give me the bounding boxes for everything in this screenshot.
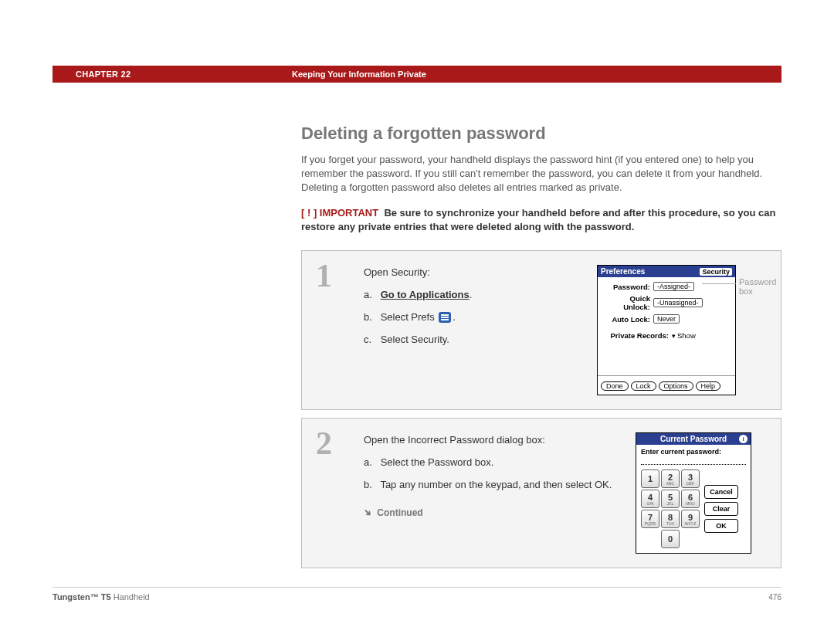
key-1[interactable]: 1 xyxy=(641,469,659,488)
step-1b-letter: b. xyxy=(364,310,378,326)
step-2b-letter: b. xyxy=(364,477,378,493)
step-2b-text: Tap any number on the keypad, and then s… xyxy=(380,479,612,490)
chapter-title: Keeping Your Information Private xyxy=(292,69,426,79)
key-7[interactable]: 7PQRS xyxy=(641,510,659,528)
key-4[interactable]: 4GHI xyxy=(641,490,659,508)
important-badge-prefix: [ ! ] xyxy=(301,207,317,219)
step-2-lead: Open the Incorrect Password dialog box: xyxy=(364,432,620,449)
step-2a-letter: a. xyxy=(364,455,378,471)
password-box-callout: Password box xyxy=(739,277,776,296)
clear-button[interactable]: Clear xyxy=(704,502,738,516)
private-records-dropdown[interactable]: Show xyxy=(672,331,696,340)
auto-lock-label: Auto Lock: xyxy=(602,315,653,324)
done-button[interactable]: Done xyxy=(601,381,629,391)
palm2-title: Current Password xyxy=(660,435,727,443)
key-2[interactable]: 2ABC xyxy=(661,469,680,488)
step-2-number: 2 xyxy=(316,425,332,462)
step-1a-letter: a. xyxy=(364,287,378,303)
intro-paragraph: If you forget your password, your handhe… xyxy=(301,153,781,195)
palm-header-right: Security xyxy=(700,268,732,276)
private-records-label: Private Records: xyxy=(602,331,672,340)
lock-button[interactable]: Lock xyxy=(631,381,656,391)
quick-unlock-box[interactable]: -Unassigned- xyxy=(653,298,703,307)
continued-arrow-icon: ➔ xyxy=(360,505,376,521)
step-2-text: Open the Incorrect Password dialog box: … xyxy=(364,432,636,554)
options-button[interactable]: Options xyxy=(659,381,693,391)
product-name: Tungsten™ T5 Handheld xyxy=(53,592,150,602)
step-1a-suffix: . xyxy=(470,289,473,300)
password-input[interactable] xyxy=(641,457,746,465)
auto-lock-box[interactable]: Never xyxy=(653,314,680,324)
page-number: 476 xyxy=(768,593,781,602)
step-2-box: 2 Open the Incorrect Password dialog box… xyxy=(301,418,781,568)
step-1c-letter: c. xyxy=(364,332,378,348)
palm-header-left: Preferences xyxy=(601,267,645,276)
step-2-screen-area: Current Password i Enter current passwor… xyxy=(636,432,767,554)
step-1c-text: Select Security. xyxy=(381,334,449,345)
ok-button[interactable]: OK xyxy=(704,519,738,533)
callout-connector xyxy=(702,283,736,284)
important-note: [ ! ] IMPORTANT Be sure to synchronize y… xyxy=(301,206,781,236)
quick-unlock-label: Quick Unlock: xyxy=(602,294,653,311)
password-prompt: Enter current password: xyxy=(636,445,751,456)
step-1b-text1: Select Prefs xyxy=(381,311,435,323)
help-button[interactable]: Help xyxy=(696,381,721,391)
palm-header: Preferences Security xyxy=(598,266,735,277)
key-0[interactable]: 0 xyxy=(661,530,680,548)
key-3[interactable]: 3DEF xyxy=(681,469,700,488)
continued-label: Continued xyxy=(377,507,422,518)
password-label: Password: xyxy=(602,283,653,291)
password-box[interactable]: -Assigned- xyxy=(653,282,694,291)
prefs-icon xyxy=(439,312,451,323)
chapter-label: CHAPTER 22 xyxy=(76,69,292,79)
palm-preferences-screen: Preferences Security Password: -Assigned… xyxy=(597,265,736,395)
step-1-text: Open Security: a. Go to Applications. b.… xyxy=(364,265,597,395)
go-to-applications-link[interactable]: Go to Applications xyxy=(381,289,470,300)
step-1-number: 1 xyxy=(316,257,332,294)
key-9[interactable]: 9WXYZ xyxy=(681,510,700,528)
section-heading: Deleting a forgotten password xyxy=(301,124,781,144)
step-1b-text2: . xyxy=(453,311,456,323)
keypad: 1 2ABC 3DEF 4GHI 5JKL 6MNO 7PQRS 8TUV 9W… xyxy=(641,469,700,548)
key-5[interactable]: 5JKL xyxy=(661,490,680,508)
palm-password-screen: Current Password i Enter current passwor… xyxy=(636,432,751,554)
page-footer: Tungsten™ T5 Handheld 476 xyxy=(53,587,781,602)
step-2a-text: Select the Password box. xyxy=(381,456,494,468)
step-1-box: 1 Open Security: a. Go to Applications. … xyxy=(301,250,781,410)
step-1-screen-area: Preferences Security Password: -Assigned… xyxy=(597,265,767,395)
key-6[interactable]: 6MNO xyxy=(681,490,700,508)
info-icon[interactable]: i xyxy=(739,435,748,443)
palm2-header: Current Password i xyxy=(636,433,751,445)
important-badge-word: IMPORTANT xyxy=(320,207,378,219)
key-8[interactable]: 8TUV xyxy=(661,510,680,528)
chapter-header-bar: CHAPTER 22 Keeping Your Information Priv… xyxy=(53,66,781,83)
cancel-button[interactable]: Cancel xyxy=(704,485,738,499)
step-1-lead: Open Security: xyxy=(364,265,581,281)
